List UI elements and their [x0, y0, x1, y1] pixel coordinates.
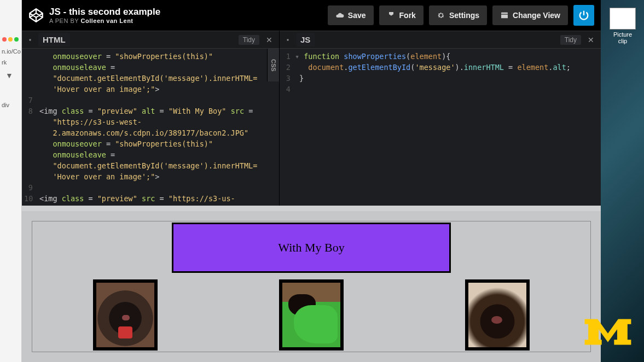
html-pane-label: HTML: [38, 33, 70, 46]
save-label: Save: [348, 11, 366, 20]
preview-image-2[interactable]: [279, 279, 344, 351]
gear-icon[interactable]: [26, 36, 34, 44]
app-header: JS - this second example A PEN BY Collee…: [22, 0, 601, 31]
logout-button[interactable]: [573, 5, 594, 26]
background-desktop: Picture clip: [601, 0, 644, 362]
settings-button[interactable]: Settings: [429, 5, 487, 25]
html-editor-pane: HTML Tidy ✕ CSS onmouseover = "showPrope…: [22, 31, 279, 206]
fork-label: Fork: [399, 11, 416, 20]
pen-byline: A PEN BY Colleen van Lent: [49, 17, 322, 24]
preview-frame[interactable]: With My Boy: [32, 221, 591, 352]
css-collapsed-tab[interactable]: CSS: [267, 49, 279, 81]
html-pane-header: HTML Tidy ✕: [22, 31, 279, 49]
preview-image-3[interactable]: [465, 279, 530, 351]
file-icon: [610, 8, 636, 30]
tidy-js-button[interactable]: Tidy: [560, 35, 581, 45]
file-label: Picture clip: [608, 31, 637, 44]
save-button[interactable]: Save: [328, 5, 374, 25]
codepen-app: JS - this second example A PEN BY Collee…: [22, 0, 601, 362]
svg-point-1: [29, 39, 31, 41]
settings-label: Settings: [449, 11, 479, 20]
pen-author: Colleen van Lent: [81, 17, 134, 24]
pen-title-block: JS - this second example A PEN BY Collee…: [49, 7, 322, 24]
gear-icon[interactable]: [284, 36, 292, 44]
address-fragment: n.io/Co: [0, 46, 21, 57]
preview-image-1[interactable]: [93, 279, 158, 351]
devtools-fragment: div: [0, 100, 21, 110]
power-icon: [578, 9, 590, 21]
svg-rect-0: [501, 13, 508, 19]
message-box: With My Boy: [172, 223, 451, 273]
change-view-button[interactable]: Change View: [492, 5, 568, 25]
svg-point-2: [287, 39, 289, 41]
michigan-logo: [582, 314, 634, 350]
message-text: With My Boy: [278, 241, 344, 255]
js-editor-pane: JS Tidy ✕ 1▾function showProperties(elem…: [279, 31, 601, 206]
html-code-area[interactable]: onmouseover = "showProperties(this)" onm…: [22, 49, 279, 206]
change-view-label: Change View: [513, 11, 560, 20]
editor-row: HTML Tidy ✕ CSS onmouseover = "showPrope…: [22, 31, 601, 206]
output-preview: With My Boy: [22, 206, 601, 362]
cloud-icon: [335, 11, 344, 20]
tidy-html-button[interactable]: Tidy: [239, 35, 259, 45]
fork-icon: [387, 11, 396, 20]
pen-title: JS - this second example: [49, 7, 322, 17]
window-traffic-lights: [2, 37, 19, 42]
codepen-logo-icon: [28, 8, 44, 23]
preview-images-row: [32, 279, 590, 351]
layout-icon: [500, 11, 509, 20]
close-js-pane-icon[interactable]: ✕: [585, 36, 596, 44]
desktop-file[interactable]: Picture clip: [608, 8, 637, 44]
background-browser-window: n.io/Co rk ▼ div: [0, 0, 22, 362]
js-pane-header: JS Tidy ✕: [280, 31, 601, 49]
js-pane-label: JS: [296, 33, 315, 46]
fork-button[interactable]: Fork: [379, 5, 423, 25]
gear-icon: [437, 11, 445, 20]
js-code-area[interactable]: 1▾function showProperties(element){ 2 do…: [280, 49, 601, 206]
bookmark-overflow-icon: ▼: [0, 68, 21, 83]
byline-prefix: A PEN BY: [49, 17, 81, 24]
bookmark-fragment: rk: [0, 57, 21, 68]
close-html-pane-icon[interactable]: ✕: [264, 36, 275, 44]
